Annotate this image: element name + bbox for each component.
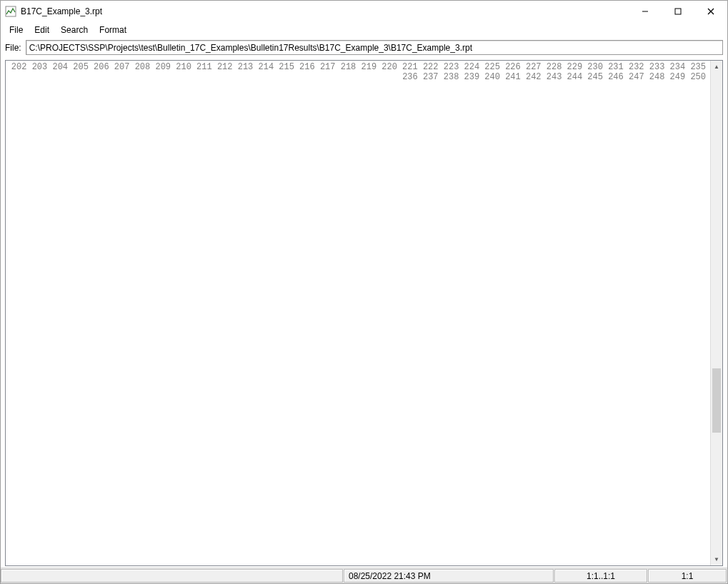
status-panel-left bbox=[1, 569, 343, 583]
menu-file[interactable]: File bbox=[4, 24, 29, 36]
menu-search[interactable]: Search bbox=[55, 24, 94, 36]
editor-frame: 202 203 204 205 206 207 208 209 210 211 … bbox=[5, 60, 723, 566]
status-date: 08/25/2022 21:43 PM bbox=[344, 569, 554, 583]
maximize-button[interactable] bbox=[662, 1, 694, 22]
svg-rect-2 bbox=[675, 9, 681, 14]
status-zoom: 1:1 bbox=[648, 569, 727, 583]
vertical-scrollbar[interactable]: ▲ ▼ bbox=[710, 61, 722, 565]
scroll-up-arrow[interactable]: ▲ bbox=[711, 61, 722, 73]
statusbar: 08/25/2022 21:43 PM 1:1..1:1 1:1 bbox=[1, 568, 727, 583]
editor-scroll: 202 203 204 205 206 207 208 209 210 211 … bbox=[6, 61, 710, 565]
file-path-row: File: bbox=[1, 38, 727, 57]
file-path-input[interactable] bbox=[26, 40, 723, 55]
app-window: B17C_Example_3.rpt File Edit Search Form… bbox=[0, 0, 728, 584]
scroll-thumb[interactable] bbox=[712, 368, 721, 433]
line-number-gutter: 202 203 204 205 206 207 208 209 210 211 … bbox=[6, 61, 708, 565]
scroll-down-arrow[interactable]: ▼ bbox=[711, 553, 722, 565]
close-button[interactable] bbox=[694, 1, 727, 22]
menu-edit[interactable]: Edit bbox=[29, 24, 55, 36]
status-selection: 1:1..1:1 bbox=[554, 569, 647, 583]
minimize-button[interactable] bbox=[629, 1, 662, 22]
titlebar: B17C_Example_3.rpt bbox=[1, 1, 727, 22]
menubar: File Edit Search Format bbox=[1, 22, 727, 38]
file-label: File: bbox=[5, 43, 23, 53]
app-icon bbox=[5, 6, 16, 17]
window-title: B17C_Example_3.rpt bbox=[21, 6, 629, 16]
window-controls bbox=[629, 1, 727, 22]
editor-container: 202 203 204 205 206 207 208 209 210 211 … bbox=[1, 57, 727, 568]
menu-format[interactable]: Format bbox=[94, 24, 132, 36]
